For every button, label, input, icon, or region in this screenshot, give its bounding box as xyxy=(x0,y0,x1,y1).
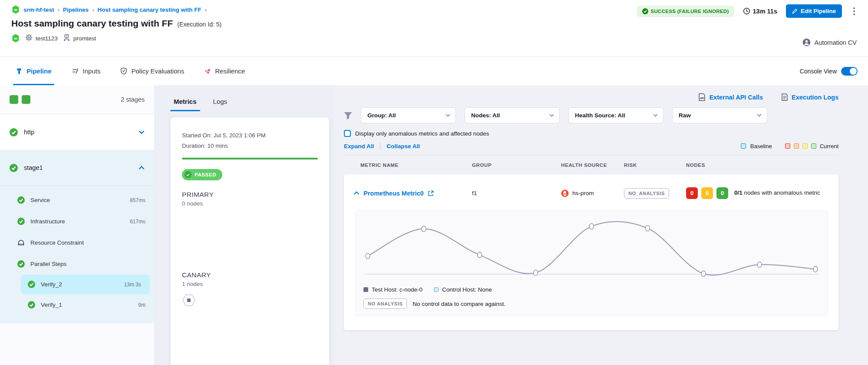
col-group: GROUP xyxy=(472,163,561,168)
sidebar-stage-http[interactable]: http xyxy=(0,114,154,150)
pencil-icon xyxy=(792,8,798,14)
sidebar-stage-stage1[interactable]: stage1 xyxy=(0,150,154,186)
verification-status-badge: PASSED xyxy=(182,169,222,180)
metrics-table-header: METRIC NAME GROUP HEALTH SOURCE RISK NOD… xyxy=(344,155,838,174)
resource-constraint-icon xyxy=(17,239,25,246)
canary-node-hexagon[interactable] xyxy=(182,294,318,308)
nodes-summary: nodes with anomalous metric xyxy=(744,189,820,196)
tab-resilience[interactable]: Resilience xyxy=(201,57,248,85)
chart-host-legend: Test Host: c-node-0 Control Host: None xyxy=(363,286,820,293)
prometheus-icon xyxy=(561,189,569,197)
nodes-filter-dropdown[interactable]: Nodes: All xyxy=(465,107,560,123)
success-check-icon xyxy=(17,196,25,204)
tab-metrics[interactable]: Metrics xyxy=(174,85,197,117)
harness-logo-icon: ∞ xyxy=(11,5,20,14)
health-source-cell: hs-prom xyxy=(561,189,624,197)
collapse-all-link[interactable]: Collapse All xyxy=(386,143,420,149)
sidebar-step-service[interactable]: Service 857ms xyxy=(0,189,154,211)
chevron-down-icon xyxy=(757,114,762,117)
execution-tabbar: Pipeline Inputs Policy Evaluations Resil… xyxy=(0,57,868,85)
chevron-up-icon xyxy=(139,166,145,170)
edit-pipeline-button[interactable]: Edit Pipeline xyxy=(786,4,842,18)
breadcrumb-pipeline-name[interactable]: Host sampling canary testing with FF xyxy=(97,7,201,13)
yellow-node-count: 0 xyxy=(701,187,713,199)
tab-inputs[interactable]: Inputs xyxy=(69,57,103,85)
step-duration: 617ms xyxy=(130,219,145,225)
col-health-source: HEALTH SOURCE xyxy=(561,163,624,168)
success-check-icon xyxy=(10,128,18,136)
more-options-menu[interactable] xyxy=(851,6,858,17)
breadcrumb-project[interactable]: srm-hf-test xyxy=(23,7,54,13)
sidebar-step-resource-constraint[interactable]: Resource Constraint xyxy=(0,232,154,253)
svg-text:∞: ∞ xyxy=(14,7,17,12)
gear-icon xyxy=(25,34,33,43)
pipeline-duration: 13m 11s xyxy=(743,7,777,15)
avatar-icon xyxy=(802,38,811,46)
external-link-icon[interactable] xyxy=(428,190,434,196)
success-check-icon xyxy=(28,281,35,288)
verification-progress-bar xyxy=(182,158,318,159)
nodes-cell: 0 0 0 0/1 nodes with anomalous metric xyxy=(686,187,838,199)
verification-summary-card: Started On: Jul 5, 2023 1:06 PM Duration… xyxy=(171,117,329,365)
success-check-icon xyxy=(10,164,18,172)
success-check-icon xyxy=(17,260,25,268)
step-duration: 857ms xyxy=(130,197,145,203)
inputs-icon xyxy=(72,67,79,75)
metric-chart-panel: Test Host: c-node-0 Control Host: None N… xyxy=(355,210,828,316)
sidebar-step-infrastructure[interactable]: Infrastructure 617ms xyxy=(0,211,154,232)
sidebar-step-verify-1[interactable]: Verify_1 9m xyxy=(0,294,154,315)
metric-row: Prometheus Metric0 f1 hs-prom NO_ANALYSI… xyxy=(344,174,838,210)
success-check-icon xyxy=(17,218,25,225)
sidebar-step-verify-2[interactable]: Verify_2 13m 3s xyxy=(21,275,150,294)
external-api-calls-link[interactable]: API External API Calls xyxy=(698,93,763,101)
test-host-swatch xyxy=(363,287,368,292)
page-title: Host sampling canary testing with FF xyxy=(11,18,173,29)
breadcrumb-pipelines[interactable]: Pipelines xyxy=(63,7,89,13)
baseline-legend-swatch xyxy=(741,143,746,149)
current-green-swatch xyxy=(811,143,816,149)
anomalous-only-label: Display only anomalous metrics and affec… xyxy=(355,130,489,137)
data-mode-dropdown[interactable]: Raw xyxy=(672,107,767,123)
chevron-down-icon xyxy=(653,114,658,117)
metric-row-card: Prometheus Metric0 f1 hs-prom NO_ANALYSI… xyxy=(344,174,838,330)
control-host-label: Control Host: None xyxy=(442,286,492,293)
red-node-count: 0 xyxy=(686,187,698,199)
svg-text:API: API xyxy=(700,97,704,100)
console-view-toggle[interactable] xyxy=(841,67,858,76)
group-filter-dropdown[interactable]: Group: All xyxy=(361,107,456,123)
canary-node-count: 1 nodes xyxy=(182,281,318,287)
nodes-ratio: 0/1 xyxy=(734,189,743,196)
shield-check-icon xyxy=(120,67,127,75)
no-analysis-badge: NO ANALYSIS xyxy=(363,299,407,309)
tab-pipeline[interactable]: Pipeline xyxy=(13,57,54,85)
network-icon xyxy=(63,34,70,43)
resilience-icon xyxy=(204,68,211,75)
metric-name-link[interactable]: Prometheus Metric0 xyxy=(363,190,424,197)
collapse-row-chevron-icon[interactable] xyxy=(353,191,360,195)
metric-group-value: f1 xyxy=(472,190,561,196)
current-orange-swatch xyxy=(794,143,799,149)
green-node-count: 0 xyxy=(716,187,728,199)
execution-id: (Execution Id: 5) xyxy=(177,21,221,28)
primary-node-count: 0 nodes xyxy=(182,200,318,207)
stage-status-square xyxy=(22,95,30,104)
harness-service-icon: ∞ xyxy=(11,34,20,43)
expand-all-link[interactable]: Expand All xyxy=(344,143,374,149)
tab-logs[interactable]: Logs xyxy=(213,85,228,117)
step-duration: 9m xyxy=(138,302,145,308)
baseline-current-legend: Baseline Current xyxy=(741,143,838,149)
col-metric-name: METRIC NAME xyxy=(360,163,472,168)
execution-logs-link[interactable]: Execution Logs xyxy=(781,93,838,101)
tag-environment: test1123 xyxy=(25,34,58,43)
current-red-swatch xyxy=(785,143,790,149)
breadcrumb-separator: › xyxy=(58,7,59,13)
tab-policy-evaluations[interactable]: Policy Evaluations xyxy=(118,57,187,85)
breadcrumb-separator: › xyxy=(92,7,94,13)
stages-sidebar: 2 stages http stage1 Service 857ms Infra… xyxy=(0,85,155,365)
anomalous-only-checkbox[interactable] xyxy=(344,130,351,137)
status-badge: SUCCESS (FAILURE IGNORED) xyxy=(637,6,734,17)
health-source-filter-dropdown[interactable]: Health Source: All xyxy=(568,107,663,123)
sidebar-step-parallel-steps[interactable]: Parallel Steps xyxy=(0,253,154,275)
chevron-down-icon xyxy=(446,114,450,117)
document-icon xyxy=(781,93,788,101)
